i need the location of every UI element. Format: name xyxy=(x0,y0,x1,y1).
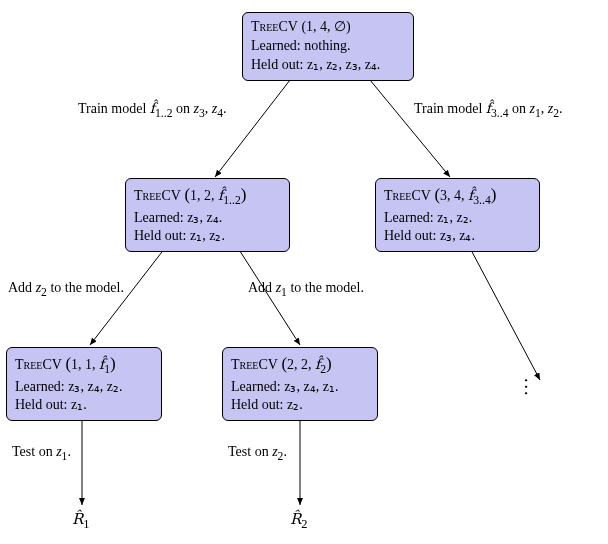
edges-svg xyxy=(0,0,608,544)
node-right: TreeCV (3, 4, f̂3..4) Learned: z₁, z₂. H… xyxy=(375,178,540,252)
node-left: TreeCV (1, 2, f̂1..2) Learned: z₃, z₄. H… xyxy=(125,178,290,252)
node-ll-learned: Learned: z₃, z₄, z₂. xyxy=(15,378,153,397)
node-root-learned: Learned: nothing. xyxy=(251,37,405,56)
edge-lr-r2: Test on z2. xyxy=(228,444,287,463)
edge-ll-r1: Test on z1. xyxy=(12,444,71,463)
result-r1: R̂1 xyxy=(72,510,90,532)
edge-left-lr: Add z1 to the model. xyxy=(248,280,364,299)
node-lr-title: TreeCV (2, 2, f̂2) xyxy=(231,353,369,378)
node-ll-held: Held out: z₁. xyxy=(15,396,153,415)
node-left-held: Held out: z₁, z₂. xyxy=(134,227,281,246)
svg-line-4 xyxy=(470,248,540,380)
node-lr-learned: Learned: z₃, z₄, z₁. xyxy=(231,378,369,397)
node-root-title: TreeCV (1, 4, ∅) xyxy=(251,18,405,37)
node-ll: TreeCV (1, 1, f̂1) Learned: z₃, z₄, z₂. … xyxy=(6,347,162,421)
node-root: TreeCV (1, 4, ∅) Learned: nothing. Held … xyxy=(242,12,414,81)
node-right-title: TreeCV (3, 4, f̂3..4) xyxy=(384,184,531,209)
node-left-learned: Learned: z₃, z₄. xyxy=(134,209,281,228)
node-left-title: TreeCV (1, 2, f̂1..2) xyxy=(134,184,281,209)
svg-line-1 xyxy=(370,80,450,177)
node-lr: TreeCV (2, 2, f̂2) Learned: z₃, z₄, z₁. … xyxy=(222,347,378,421)
node-lr-held: Held out: z₂. xyxy=(231,396,369,415)
node-ll-title: TreeCV (1, 1, f̂1) xyxy=(15,353,153,378)
node-right-learned: Learned: z₁, z₂. xyxy=(384,209,531,228)
edge-root-left: Train model f̂1..2 on z3, z4. xyxy=(78,100,227,120)
edge-left-ll: Add z2 to the model. xyxy=(8,280,124,299)
ellipsis: ··· xyxy=(515,378,536,398)
result-r2: R̂2 xyxy=(290,510,308,532)
node-right-held: Held out: z₃, z₄. xyxy=(384,227,531,246)
svg-line-0 xyxy=(215,80,290,177)
node-root-held: Held out: z₁, z₂, z₃, z₄. xyxy=(251,56,405,75)
edge-root-right: Train model f̂3..4 on z1, z2. xyxy=(414,100,563,120)
